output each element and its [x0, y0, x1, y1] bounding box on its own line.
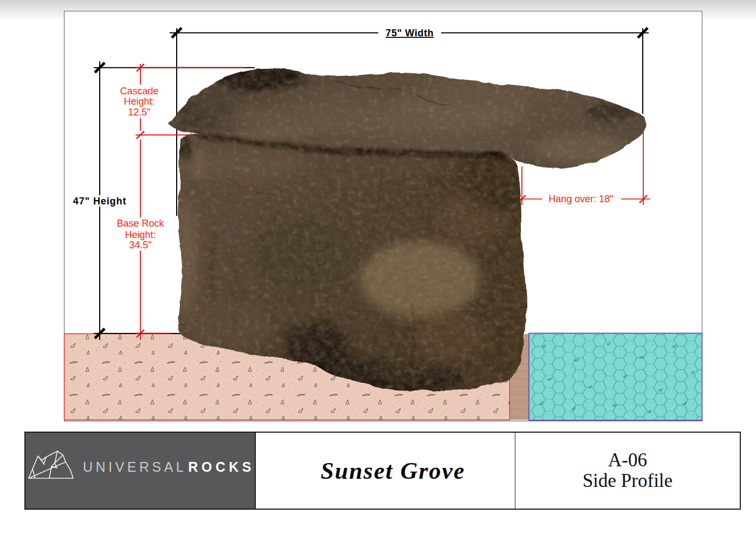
svg-text:75" Width: 75" Width	[386, 28, 434, 38]
svg-text:47" Height: 47" Height	[73, 196, 127, 207]
svg-text:Base Rock: Base Rock	[117, 218, 164, 229]
svg-text:Cascade: Cascade	[120, 86, 158, 97]
svg-text:Height:: Height:	[124, 96, 154, 107]
svg-text:34.5": 34.5"	[129, 240, 151, 251]
svg-text:12.5": 12.5"	[128, 107, 150, 118]
svg-text:Hang over: 18": Hang over: 18"	[548, 194, 613, 204]
svg-text:Height:: Height:	[125, 229, 156, 240]
